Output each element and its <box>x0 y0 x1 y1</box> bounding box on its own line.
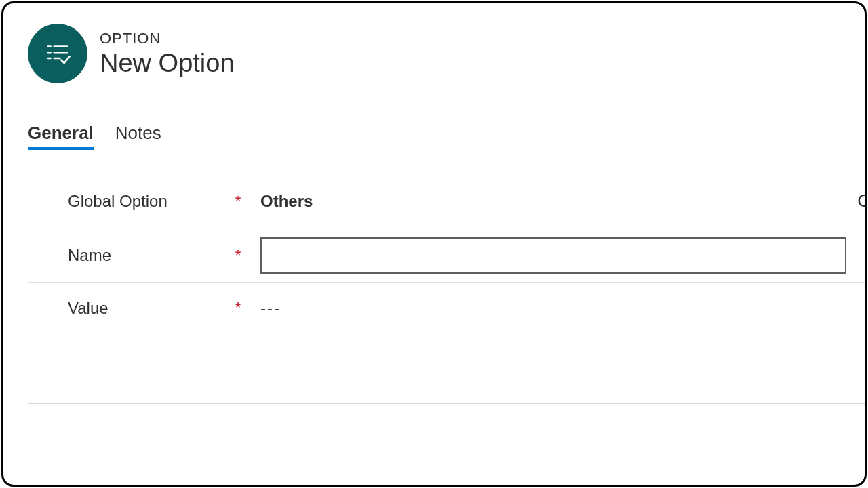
page-title: New Option <box>100 49 235 78</box>
option-list-icon <box>43 39 72 68</box>
entity-icon-circle <box>28 24 87 83</box>
tab-notes[interactable]: Notes <box>115 123 161 150</box>
page-header: OPTION New Option <box>3 3 865 83</box>
required-mark-name: * <box>231 247 245 264</box>
tab-bar: General Notes <box>3 83 865 150</box>
lookup-open-icon[interactable]: C <box>857 190 867 211</box>
value-placeholder: --- <box>260 299 281 318</box>
row-empty <box>28 369 865 403</box>
header-text-block: OPTION New Option <box>100 30 235 78</box>
value-cell-name <box>245 237 865 274</box>
row-name: Name * <box>28 228 865 283</box>
label-name: Name <box>68 246 231 265</box>
window-frame: OPTION New Option General Notes Global O… <box>1 1 867 487</box>
label-global-option: Global Option <box>68 192 231 211</box>
row-global-option: Global Option * Others C <box>28 174 865 228</box>
form-container: Global Option * Others C Name * Value * … <box>28 174 865 404</box>
row-value: Value * --- <box>28 283 865 369</box>
value-cell-global-option: Others <box>245 192 865 211</box>
required-mark-value: * <box>231 299 245 317</box>
entity-type-label: OPTION <box>100 30 235 47</box>
required-mark-global-option: * <box>231 192 245 210</box>
lookup-global-option[interactable]: Others <box>260 192 313 211</box>
tab-general[interactable]: General <box>28 123 94 150</box>
name-input[interactable] <box>260 237 846 274</box>
label-value: Value <box>68 299 231 318</box>
value-cell-value[interactable]: --- <box>245 299 865 318</box>
